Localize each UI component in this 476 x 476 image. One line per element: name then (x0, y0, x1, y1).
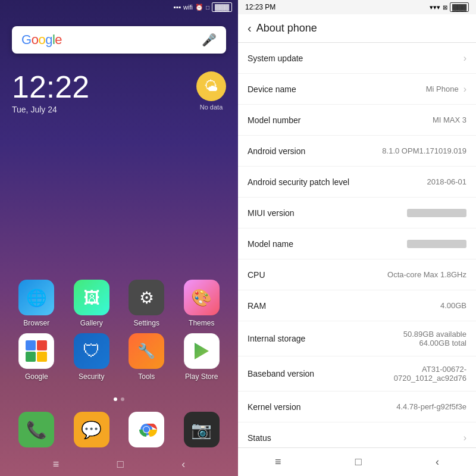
model-number-value: MI MAX 3 (433, 115, 466, 124)
signal-icon: ▪▪▪ (173, 3, 181, 11)
storage-value: 50.89GB available 64.00GB total (403, 330, 466, 347)
settings-item-storage: Internal storage 50.89GB available 64.00… (238, 321, 476, 356)
clock-time: 12:22 (12, 71, 89, 102)
ram-value: 4.00GB (440, 301, 466, 310)
status-chevron: › (464, 433, 466, 443)
baseband-value: AT31-00672- 0720_1012_ac92d76 (394, 365, 466, 383)
device-name-label: Device name (248, 84, 426, 94)
settings-item-kernel: Kernel version 4.4.78-perf-g92f5f3e (238, 392, 476, 422)
app-playstore[interactable]: Play Store (178, 333, 226, 381)
app-grid: 🌐 Browser 🖼 Gallery ⚙ Settings (0, 274, 238, 393)
about-phone-screen: 12:23 PM ▾▾▾ ⊠ ▓▓▓ ‹ About phone System … (238, 0, 476, 476)
status-time: 12:23 PM (245, 3, 275, 11)
google-search-bar[interactable]: Google 🎤 (12, 26, 226, 54)
home-screen: ▪▪▪ wifi ⏰ □ ▓▓▓ Google 🎤 12:22 Tue, Jul… (0, 0, 238, 476)
playstore-icon (184, 333, 220, 369)
settings-item-device-name[interactable]: Device name Mi Phone › (238, 74, 476, 105)
signal-status-icon: ⊠ (443, 4, 447, 11)
dock-camera[interactable]: 📷 (184, 412, 220, 447)
android-version-value: 8.1.0 OPM1.171019.019 (382, 146, 466, 155)
security-icon: 🛡 (74, 333, 109, 369)
status-label: Status (248, 433, 459, 443)
nav-bar-right: ≡ □ ‹ (238, 447, 476, 476)
app-tools[interactable]: 🔧 Tools (123, 333, 170, 381)
security-patch-value: 2018-06-01 (427, 177, 467, 186)
device-name-chevron: › (464, 84, 466, 95)
time-weather-section: 12:22 Tue, July 24 🌤 No data (0, 60, 238, 120)
svg-point-4 (143, 427, 149, 433)
android-version-label: Android version (248, 146, 382, 156)
settings-item-miui: MIUI version (238, 198, 476, 228)
home-nav-icon[interactable]: □ (117, 458, 124, 471)
status-icons-left: ▪▪▪ wifi ⏰ □ ▓▓▓ (173, 2, 232, 12)
dot-1 (114, 397, 117, 401)
storage-label: Internal storage (248, 334, 403, 343)
back-nav-right[interactable]: ‹ (436, 456, 439, 468)
settings-item-model-name: Model name (238, 228, 476, 259)
nav-bar-left: ≡ □ ‹ (0, 452, 238, 476)
status-bar-right: 12:23 PM ▾▾▾ ⊠ ▓▓▓ (238, 0, 476, 14)
cpu-label: CPU (248, 270, 387, 280)
settings-item-cpu: CPU Octa-core Max 1.8GHz (238, 259, 476, 290)
app-row-1: 🌐 Browser 🖼 Gallery ⚙ Settings (9, 280, 229, 327)
wifi-icon: wifi (183, 4, 193, 11)
about-phone-header: ‹ About phone (238, 14, 476, 43)
tools-label: Tools (138, 372, 155, 381)
cpu-value: Octa-core Max 1.8GHz (387, 270, 466, 279)
back-nav-icon[interactable]: ‹ (181, 458, 185, 471)
app-themes[interactable]: 🎨 Themes (178, 280, 226, 327)
back-button[interactable]: ‹ (248, 21, 252, 35)
settings-label: Settings (134, 319, 159, 327)
dock-chrome[interactable] (129, 412, 164, 447)
security-label: Security (79, 372, 104, 381)
browser-label: Browser (23, 319, 49, 327)
gallery-label: Gallery (80, 319, 103, 327)
home-nav-right[interactable]: □ (355, 456, 362, 468)
status-bar-left: ▪▪▪ wifi ⏰ □ ▓▓▓ (0, 0, 238, 14)
about-phone-title: About phone (256, 22, 317, 35)
storage-available: 50.89GB available (403, 330, 466, 339)
miui-value (407, 209, 466, 217)
gallery-icon: 🖼 (74, 280, 109, 315)
dock-messages[interactable]: 💬 (74, 412, 109, 447)
device-name-value: Mi Phone (426, 84, 459, 93)
kernel-label: Kernel version (248, 402, 396, 412)
settings-item-baseband: Baseband version AT31-00672- 0720_1012_a… (238, 356, 476, 392)
menu-nav-right[interactable]: ≡ (275, 456, 281, 468)
model-name-value (407, 240, 466, 248)
baseband-label: Baseband version (248, 369, 394, 378)
app-google[interactable]: Google (12, 333, 60, 381)
ram-label: RAM (248, 301, 440, 311)
system-update-label: System update (248, 54, 459, 63)
storage-total: 64.00GB total (403, 339, 466, 347)
settings-item-status[interactable]: Status › (238, 422, 476, 447)
menu-nav-icon[interactable]: ≡ (53, 458, 60, 471)
model-number-label: Model number (248, 115, 433, 125)
settings-list: System update › Device name Mi Phone › M… (238, 43, 476, 447)
app-row-2: Google 🛡 Security 🔧 Tools (9, 333, 229, 381)
time-display: 12:22 Tue, July 24 (12, 71, 89, 114)
kernel-value: 4.4.78-perf-g92f5f3e (396, 402, 466, 411)
app-gallery[interactable]: 🖼 Gallery (68, 280, 115, 327)
dot-2 (121, 397, 124, 401)
mic-icon[interactable]: 🎤 (202, 33, 217, 47)
playstore-label: Play Store (185, 372, 218, 381)
baseband-line2: 0720_1012_ac92d76 (394, 374, 466, 383)
battery-status-icon: ▓▓▓ (450, 2, 469, 12)
themes-icon: 🎨 (184, 280, 220, 315)
settings-item-security-patch: Android security patch level 2018-06-01 (238, 167, 476, 198)
miui-label: MIUI version (248, 208, 407, 218)
settings-item-system-update[interactable]: System update › (238, 43, 476, 74)
weather-label: No data (196, 104, 226, 111)
settings-icon: ⚙ (129, 280, 164, 315)
clock-date: Tue, July 24 (12, 105, 89, 114)
page-dots (0, 393, 238, 406)
tools-icon: 🔧 (129, 333, 164, 369)
app-settings[interactable]: ⚙ Settings (123, 280, 170, 327)
themes-label: Themes (189, 319, 214, 327)
google-label: Google (25, 372, 48, 381)
app-security[interactable]: 🛡 Security (68, 333, 115, 381)
weather-icon: 🌤 (196, 71, 226, 101)
app-browser[interactable]: 🌐 Browser (12, 280, 60, 327)
dock-phone[interactable]: 📞 (18, 412, 54, 447)
